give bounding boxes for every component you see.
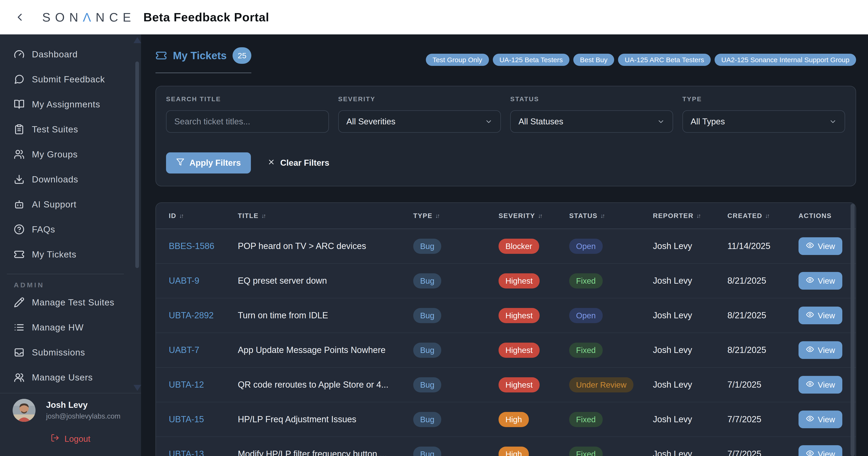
severity-select[interactable]: All Severities	[338, 110, 501, 133]
status-select[interactable]: All Statuses	[510, 110, 673, 133]
status-select-value: All Statuses	[519, 117, 563, 126]
view-button[interactable]: View	[799, 307, 842, 324]
scroll-down-arrow[interactable]	[133, 385, 141, 391]
status-badge: Under Review	[569, 377, 633, 393]
sidebar-item-downloads[interactable]: Downloads	[0, 167, 141, 192]
column-header-created[interactable]: CREATED↓↑	[727, 212, 799, 220]
eye-icon	[806, 415, 814, 425]
chevron-down-icon	[657, 118, 665, 125]
ticket-id-link[interactable]: UBTA-13	[169, 449, 204, 456]
table-scrollbar[interactable]	[850, 204, 855, 456]
status-badge: Fixed	[569, 343, 603, 358]
created-cell: 7/7/2025	[727, 449, 799, 456]
type-badge: Bug	[413, 273, 441, 288]
severity-select-value: All Severities	[346, 117, 396, 126]
table-header-row: ID↓↑TITLE↓↑TYPE↓↑SEVERITY↓↑STATUS↓↑REPOR…	[156, 203, 856, 229]
view-button[interactable]: View	[799, 445, 842, 456]
sidebar-item-my-assignments[interactable]: My Assignments	[0, 92, 141, 117]
group-tag: UA-125 Beta Testers	[493, 54, 569, 66]
status-badge: Fixed	[569, 412, 603, 427]
view-button[interactable]: View	[799, 341, 842, 359]
sidebar-item-label: Downloads	[32, 174, 78, 184]
sidebar-nav-admin: Manage Test SuitesManage HWSubmissionsMa…	[0, 290, 141, 390]
ticket-id-link[interactable]: UBTA-15	[169, 415, 204, 424]
severity-badge: Blocker	[499, 239, 539, 254]
group-tag: UA-125 ARC Beta Testers	[618, 54, 711, 66]
sidebar-item-dashboard[interactable]: Dashboard	[0, 42, 141, 67]
view-button[interactable]: View	[799, 237, 842, 255]
status-label: STATUS	[510, 95, 673, 103]
severity-badge: High	[499, 412, 529, 427]
clipboard-icon	[14, 124, 25, 135]
clear-filters-button[interactable]: Clear Filters	[266, 158, 331, 168]
column-header-status[interactable]: STATUS↓↑	[569, 212, 653, 220]
bot-icon	[14, 199, 25, 210]
view-button[interactable]: View	[799, 272, 842, 290]
type-select[interactable]: All Types	[682, 110, 845, 133]
sidebar-item-ai-support[interactable]: AI Support	[0, 192, 141, 217]
column-header-type[interactable]: TYPE↓↑	[413, 212, 499, 220]
sort-icon: ↓↑	[261, 212, 265, 219]
view-button[interactable]: View	[799, 410, 842, 428]
group-tag: Test Group Only	[426, 54, 489, 66]
sidebar-item-label: Dashboard	[32, 49, 78, 59]
sidebar-item-test-suites[interactable]: Test Suites	[0, 117, 141, 142]
severity-badge: Highest	[499, 308, 539, 323]
column-header-reporter[interactable]: REPORTER↓↑	[653, 212, 727, 220]
sidebar-item-manage-users[interactable]: Manage Users	[0, 365, 141, 390]
reporter-cell: Josh Levy	[653, 415, 727, 424]
top-header: SONΛNCE Beta Feedback Portal	[0, 0, 868, 34]
logout-button[interactable]: Logout	[0, 433, 141, 445]
ticket-row: UABT-7App Update Message Points NowhereB…	[156, 333, 856, 368]
download-icon	[14, 174, 25, 185]
ticket-id-link[interactable]: UBTA-2892	[169, 311, 214, 320]
main-content: My Tickets 25 Test Group OnlyUA-125 Beta…	[141, 34, 868, 456]
ticket-id-link[interactable]: UABT-9	[169, 276, 199, 285]
sidebar-item-manage-hw[interactable]: Manage HW	[0, 315, 141, 340]
reporter-cell: Josh Levy	[653, 380, 727, 390]
sidebar: DashboardSubmit FeedbackMy AssignmentsTe…	[0, 34, 141, 456]
sidebar-item-label: Submit Feedback	[32, 74, 105, 84]
ticket-row: UBTA-13Modify HP/LP filter frequency but…	[156, 437, 856, 456]
ticket-row: UBTA-15HP/LP Freq Adjustment IssuesBugHi…	[156, 402, 856, 437]
sidebar-scrollbar-thumb[interactable]	[135, 61, 139, 268]
reporter-cell: Josh Levy	[653, 311, 727, 320]
severity-label: SEVERITY	[338, 95, 501, 103]
pencil-icon	[14, 297, 25, 308]
back-button[interactable]	[14, 11, 26, 23]
ticket-id-link[interactable]: UABT-7	[169, 345, 199, 355]
search-input[interactable]	[166, 110, 329, 133]
eye-icon	[806, 449, 814, 456]
sonance-logo: SONΛNCE	[42, 10, 135, 24]
profile-email: josh@joshlevylabs.com	[46, 412, 120, 421]
sidebar-item-my-groups[interactable]: My Groups	[0, 142, 141, 167]
table-body: BBES-1586POP heard on TV > ARC devicesBu…	[156, 229, 856, 456]
ticket-title: Turn on time from IDLE	[238, 311, 413, 320]
sidebar-item-label: My Assignments	[32, 99, 100, 110]
users-icon	[14, 149, 25, 160]
sidebar-item-faqs[interactable]: FAQs	[0, 217, 141, 242]
sidebar-item-manage-test-suites[interactable]: Manage Test Suites	[0, 290, 141, 315]
type-select-value: All Types	[691, 117, 725, 126]
sidebar-item-my-tickets[interactable]: My Tickets	[0, 242, 141, 267]
severity-badge: Highest	[499, 343, 539, 358]
scroll-up-arrow[interactable]	[133, 37, 141, 43]
sort-icon: ↓↑	[696, 212, 700, 219]
sort-icon: ↓↑	[435, 212, 439, 219]
created-cell: 7/1/2025	[727, 380, 799, 390]
column-header-id[interactable]: ID↓↑	[169, 212, 238, 220]
sidebar-item-submit-feedback[interactable]: Submit Feedback	[0, 67, 141, 92]
sidebar-item-submissions[interactable]: Submissions	[0, 340, 141, 365]
group-tags: Test Group OnlyUA-125 Beta TestersBest B…	[426, 54, 856, 66]
column-header-title[interactable]: TITLE↓↑	[238, 212, 413, 220]
ticket-id-link[interactable]: BBES-1586	[169, 241, 214, 251]
ticket-id-link[interactable]: UBTA-12	[169, 380, 204, 390]
view-button[interactable]: View	[799, 376, 842, 394]
sidebar-item-label: Manage Test Suites	[32, 297, 115, 308]
status-badge: Open	[569, 308, 603, 323]
column-header-severity[interactable]: SEVERITY↓↑	[499, 212, 569, 220]
reporter-cell: Josh Levy	[653, 449, 727, 456]
logout-label: Logout	[64, 434, 90, 444]
apply-filters-button[interactable]: Apply Filters	[166, 152, 251, 173]
eye-icon	[806, 276, 814, 286]
